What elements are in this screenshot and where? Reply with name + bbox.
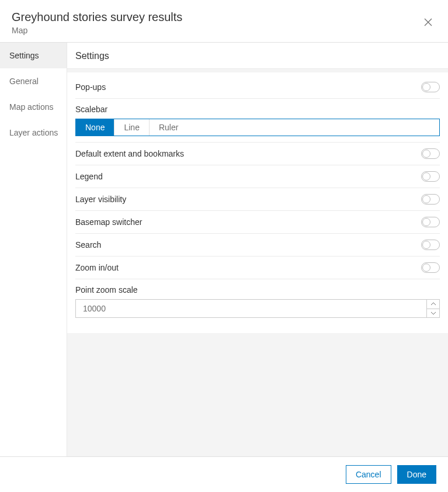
point-zoom-step-down[interactable] [427, 309, 439, 318]
header-titles: Greyhound stories survey results Map [12, 9, 182, 35]
scalebar-option-none[interactable]: None [76, 119, 114, 136]
row-layer-visibility: Layer visibility [75, 188, 440, 211]
cancel-button[interactable]: Cancel [346, 465, 391, 484]
chevron-down-icon [430, 311, 436, 315]
sidebar-item-settings[interactable]: Settings [0, 43, 67, 68]
sidebar: Settings General Map actions Layer actio… [0, 43, 67, 456]
layer-visibility-toggle[interactable] [421, 194, 440, 205]
legend-label: Legend [75, 172, 103, 181]
dialog-title: Greyhound stories survey results [12, 9, 182, 25]
main-panel: Settings Pop-ups Scalebar None Line Rule… [67, 43, 448, 456]
row-zoom: Zoom in/out [75, 257, 440, 279]
scalebar-option-line[interactable]: Line [114, 119, 149, 136]
sidebar-item-general[interactable]: General [0, 68, 67, 94]
search-toggle[interactable] [421, 240, 440, 250]
zoom-toggle[interactable] [421, 262, 440, 273]
popups-label: Pop-ups [75, 82, 106, 92]
zoom-label: Zoom in/out [75, 263, 119, 272]
dialog-body: Settings General Map actions Layer actio… [0, 43, 448, 456]
close-button[interactable] [420, 14, 436, 30]
row-search: Search [75, 234, 440, 257]
search-label: Search [75, 240, 101, 250]
point-zoom-step-up[interactable] [427, 300, 439, 309]
chevron-up-icon [430, 302, 436, 306]
scalebar-label: Scalebar [75, 105, 440, 114]
default-extent-label: Default extent and bookmarks [75, 149, 184, 158]
done-button[interactable]: Done [397, 465, 436, 484]
point-zoom-input[interactable] [76, 300, 426, 317]
scalebar-option-ruler[interactable]: Ruler [150, 119, 187, 136]
scalebar-segmented: None Line Ruler [75, 119, 440, 136]
panel-content: Pop-ups Scalebar None Line Ruler Default… [67, 72, 448, 333]
point-zoom-steppers [426, 300, 439, 317]
row-point-zoom: Point zoom scale [75, 279, 440, 324]
default-extent-toggle[interactable] [421, 148, 440, 159]
basemap-switcher-label: Basemap switcher [75, 217, 142, 227]
sidebar-item-label: Settings [9, 51, 39, 60]
close-icon [423, 18, 433, 27]
panel-spacer [67, 333, 448, 456]
sidebar-item-label: Layer actions [9, 128, 58, 137]
dialog-header: Greyhound stories survey results Map [0, 0, 448, 43]
row-legend: Legend [75, 165, 440, 188]
dialog-subtitle: Map [12, 26, 182, 35]
point-zoom-input-wrap [75, 299, 440, 318]
basemap-switcher-toggle[interactable] [421, 217, 440, 227]
sidebar-item-label: Map actions [9, 102, 53, 112]
sidebar-item-label: General [9, 77, 39, 86]
row-basemap-switcher: Basemap switcher [75, 211, 440, 234]
panel-title: Settings [67, 43, 448, 69]
legend-toggle[interactable] [421, 171, 440, 182]
sidebar-item-map-actions[interactable]: Map actions [0, 94, 67, 120]
sidebar-item-layer-actions[interactable]: Layer actions [0, 120, 67, 145]
point-zoom-label: Point zoom scale [75, 285, 440, 294]
row-default-extent: Default extent and bookmarks [75, 143, 440, 165]
dialog-footer: Cancel Done [0, 456, 448, 492]
layer-visibility-label: Layer visibility [75, 195, 126, 204]
popups-toggle[interactable] [421, 82, 440, 92]
row-popups: Pop-ups [75, 76, 440, 99]
row-scalebar: Scalebar None Line Ruler [75, 99, 440, 143]
